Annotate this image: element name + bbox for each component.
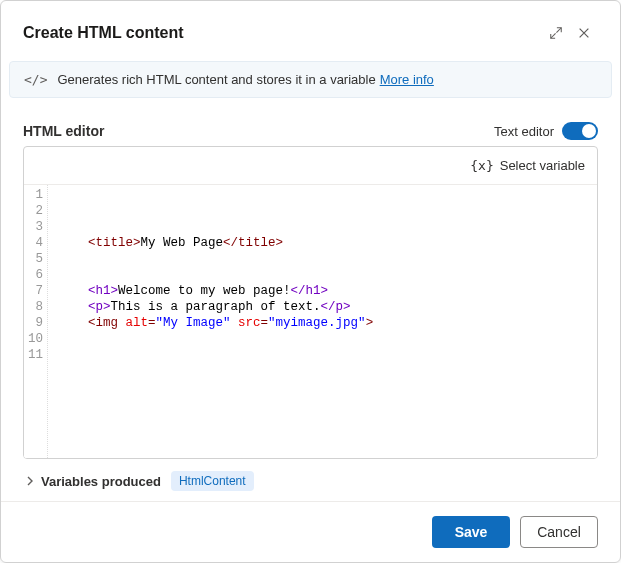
editor-toolbar: {x} Select variable [24,147,597,185]
info-bar: </> Generates rich HTML content and stor… [9,61,612,98]
editor-box: {x} Select variable 1234567891011 <title… [23,146,598,459]
chevron-right-icon [23,474,37,488]
code-content[interactable]: <title>My Web Page</title><h1>Welcome to… [48,185,373,458]
variables-label: Variables produced [41,474,161,489]
save-button[interactable]: Save [432,516,510,548]
more-info-link[interactable]: More info [380,72,434,87]
dialog-header: Create HTML content [1,1,620,61]
expand-icon[interactable] [542,19,570,47]
variable-pill[interactable]: HtmlContent [171,471,254,491]
dialog-footer: Save Cancel [1,501,620,562]
editor-section-label: HTML editor [23,123,494,139]
text-editor-toggle[interactable] [562,122,598,140]
code-editor[interactable]: 1234567891011 <title>My Web Page</title>… [24,185,597,458]
toggle-label: Text editor [494,124,554,139]
select-variable-button[interactable]: {x} Select variable [470,158,585,173]
dialog-body: HTML editor Text editor {x} Select varia… [1,98,620,501]
variable-icon: {x} [470,158,493,173]
editor-header-row: HTML editor Text editor [23,122,598,140]
line-gutter: 1234567891011 [24,185,48,458]
select-variable-label: Select variable [500,158,585,173]
code-icon: </> [24,72,47,87]
variables-produced-row[interactable]: Variables produced HtmlContent [23,459,598,501]
info-text: Generates rich HTML content and stores i… [57,72,375,87]
close-icon[interactable] [570,19,598,47]
dialog-title: Create HTML content [23,24,542,42]
dialog: Create HTML content </> Generates rich H… [0,0,621,563]
cancel-button[interactable]: Cancel [520,516,598,548]
